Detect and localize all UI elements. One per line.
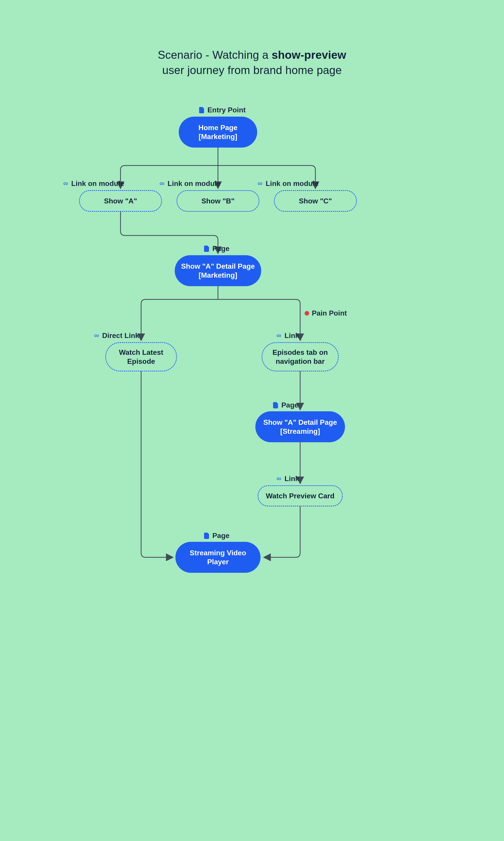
label-page-streaming: Page [273, 401, 299, 409]
label-link-module-b: Link on module [159, 179, 220, 188]
label-link-module-a: Link on module [63, 179, 124, 188]
label-text: Link [285, 331, 299, 340]
label-entry-point: Entry Point [199, 106, 246, 114]
label-text: Page [281, 401, 299, 409]
node-text: Show "C" [299, 196, 332, 205]
page-icon [273, 402, 278, 409]
link-icon [63, 180, 69, 187]
node-episodes-tab: Episodes tab on navigation bar [262, 342, 339, 372]
title-bold: show-preview [272, 49, 346, 61]
node-show-b: Show "B" [177, 190, 259, 212]
node-detail-marketing: Show "A" Detail Page [Marketing] [175, 255, 261, 286]
label-text: Pain Point [312, 309, 347, 317]
title-prefix: Scenario - Watching a [158, 49, 271, 61]
label-page-player: Page [204, 532, 229, 540]
link-icon [257, 180, 263, 187]
page-icon [199, 107, 205, 114]
node-show-a: Show "A" [79, 190, 162, 212]
node-text: Home Page [Marketing] [183, 123, 253, 141]
node-watch-latest: Watch Latest Episode [105, 342, 177, 372]
node-text: Episodes tab on navigation bar [267, 348, 334, 366]
label-link-preview: Link [276, 475, 299, 483]
node-watch-preview: Watch Preview Card [257, 485, 343, 507]
diagram-title: Scenario - Watching a show-preview user … [0, 48, 504, 78]
node-show-c: Show "C" [274, 190, 357, 212]
node-text: Streaming Video Player [180, 548, 256, 566]
link-icon [276, 476, 282, 482]
node-text: Watch Preview Card [266, 491, 335, 500]
node-video-player: Streaming Video Player [175, 542, 260, 573]
link-icon [159, 180, 165, 187]
node-text: Show "A" [104, 196, 137, 205]
label-text: Link on module [266, 179, 319, 188]
node-detail-streaming: Show "A" Detail Page [Streaming] [255, 411, 345, 442]
label-text: Page [212, 532, 229, 540]
label-pain-point: Pain Point [305, 309, 347, 317]
label-text: Link on module [71, 179, 124, 188]
link-icon [94, 332, 100, 339]
node-text: Show "A" Detail Page [Streaming] [260, 418, 341, 436]
node-text: Show "A" Detail Page [Marketing] [179, 262, 257, 280]
title-line2: user journey from brand home page [162, 64, 342, 76]
label-text: Direct Link [102, 331, 139, 340]
page-icon [204, 532, 210, 539]
label-text: Entry Point [208, 106, 246, 114]
label-text: Link [285, 475, 299, 483]
label-direct-link: Direct Link [94, 331, 139, 340]
node-text: Watch Latest Episode [110, 348, 172, 366]
page-icon [204, 245, 210, 252]
node-text: Show "B" [201, 196, 235, 205]
label-text: Link on module [167, 179, 220, 188]
label-link-episodes: Link [276, 331, 299, 340]
label-text: Page [212, 244, 229, 253]
pain-point-icon [305, 311, 309, 315]
label-page-detail: Page [204, 244, 229, 253]
node-home-page: Home Page [Marketing] [179, 117, 257, 148]
flow-canvas: Scenario - Watching a show-preview user … [0, 0, 504, 841]
link-icon [276, 332, 282, 339]
label-link-module-c: Link on module [257, 179, 319, 188]
